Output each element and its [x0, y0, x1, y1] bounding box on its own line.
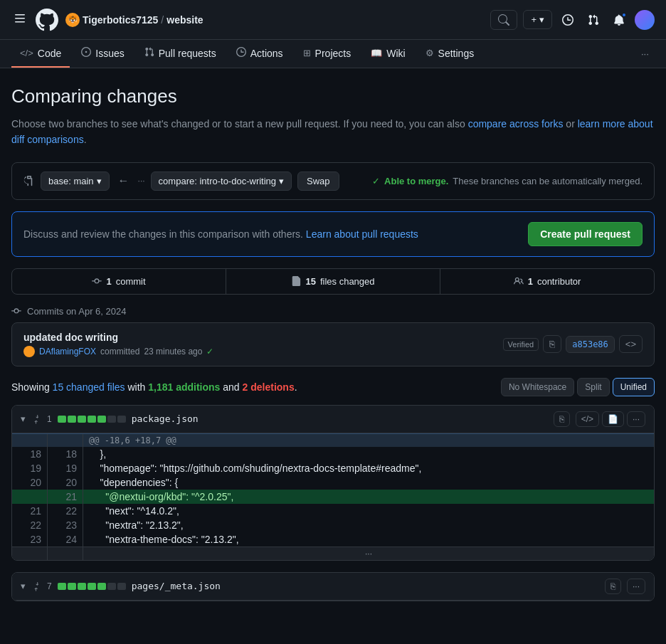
expand-num-left: [12, 547, 48, 560]
file-diff-2-toggle[interactable]: ▾: [21, 581, 26, 591]
wiki-icon: 📖: [371, 48, 382, 58]
diff-block-green: [68, 416, 76, 423]
diff-block-gray: [117, 416, 126, 423]
tab-code[interactable]: </> Code: [11, 41, 70, 68]
browse-code-button[interactable]: <>: [619, 335, 643, 353]
diff-block-green: [97, 583, 106, 590]
old-line-num: [12, 490, 48, 504]
new-line-num: 21: [48, 490, 83, 504]
file2-more-button[interactable]: ···: [627, 579, 645, 594]
file-diff-1-header: ▾ 1 package.json ⎘ </> 📄 ···: [12, 406, 654, 433]
notification-button[interactable]: [609, 10, 629, 30]
notification-dot: [621, 12, 627, 18]
more-dots: ···: [138, 176, 145, 186]
create-pr-button[interactable]: Create pull request: [528, 222, 643, 246]
diff-content-1: @@ -18,6 +18,7 @@ 18 18 }, 19 19 "homepa…: [12, 433, 654, 560]
learn-pr-link[interactable]: Learn about pull requests: [306, 228, 418, 240]
diff-line-content: "next": "^14.0.2",: [83, 504, 654, 518]
top-bar-left: 🐯 Tigerbotics7125 / website: [11, 9, 482, 31]
new-line-num: 24: [48, 532, 83, 547]
diff-line: 18 18 },: [12, 447, 654, 461]
compare-branch-select[interactable]: compare: intro-to-doc-writing ▾: [151, 171, 292, 191]
contributor-stat-icon: [514, 276, 524, 286]
github-logo: [36, 9, 58, 31]
copy-hash-button[interactable]: ⎘: [543, 335, 561, 353]
actions-button[interactable]: [558, 10, 578, 30]
diff-line-content: "dependencies": {: [83, 475, 654, 490]
copy-file2-path-button[interactable]: ⎘: [605, 579, 621, 594]
org-avatar: 🐯: [65, 13, 80, 27]
tab-pull-requests[interactable]: Pull requests: [136, 40, 225, 68]
changed-files-link[interactable]: 15 changed files: [53, 381, 125, 393]
settings-icon: ⚙: [426, 48, 434, 58]
commits-section: Commits on Apr 6, 2024 updated doc writi…: [11, 306, 655, 366]
file-1-name: package.json: [132, 413, 548, 424]
no-whitespace-button[interactable]: No Whitespace: [501, 378, 574, 396]
repo-name[interactable]: website: [166, 14, 203, 26]
file-more-button[interactable]: ···: [627, 411, 645, 427]
unified-view-button[interactable]: Unified: [613, 378, 655, 396]
new-line-num: 19: [48, 461, 83, 475]
commit-stat-icon: [92, 276, 102, 286]
diff-block-green: [97, 416, 106, 423]
org-name[interactable]: Tigerbotics7125: [83, 14, 158, 26]
view-file-button[interactable]: 📄: [602, 411, 624, 427]
diff-block-gray: [107, 583, 116, 590]
commit-author-avatar: [23, 346, 35, 357]
swap-button[interactable]: Swap: [297, 171, 339, 191]
compare-forks-link[interactable]: compare across forks: [468, 118, 564, 130]
commit-card: updated doc writing DAflamingFOX committ…: [11, 322, 655, 366]
files-stat-icon: [291, 276, 301, 286]
pr-tab-icon: [144, 47, 154, 59]
diff-line: 21 22 "next": "^14.0.2",: [12, 504, 654, 518]
commit-author[interactable]: DAflamingFOX: [39, 347, 96, 357]
file-diff-1-toggle[interactable]: ▾: [21, 413, 26, 424]
pr-button[interactable]: [583, 10, 603, 30]
diff-line: 23 24 "nextra-theme-docs": "2.13.2",: [12, 532, 654, 547]
diff-line: 22 23 "nextra": "2.13.2",: [12, 518, 654, 532]
view-options: No Whitespace Split Unified: [501, 378, 655, 396]
diff-line-added: 21 "@nextui-org/kbd": "^2.0.25",: [12, 490, 654, 504]
code-icon: </>: [20, 48, 33, 58]
tab-projects[interactable]: ⊞ Projects: [295, 41, 360, 68]
new-line-num: 22: [48, 504, 83, 518]
tab-actions[interactable]: Actions: [228, 40, 292, 68]
check-icon: ✓: [372, 176, 380, 186]
file-2-name: pages/_meta.json: [132, 581, 599, 591]
view-file-code-button[interactable]: </>: [576, 411, 599, 427]
old-line-num: 21: [12, 504, 48, 518]
diff-block-green: [58, 583, 66, 590]
commits-stat[interactable]: 1 commit: [12, 269, 226, 294]
merge-status: ✓ Able to merge. These branches can be a…: [345, 176, 643, 186]
hunk-header: @@ -18,6 +18,7 @@: [12, 433, 654, 447]
create-button[interactable]: + ▾: [523, 10, 552, 29]
search-button[interactable]: [490, 10, 517, 30]
expand-button[interactable]: ···: [83, 547, 654, 560]
compare-row: base: main ▾ ← ··· compare: intro-to-doc…: [11, 162, 655, 200]
tab-wiki[interactable]: 📖 Wiki: [362, 41, 413, 68]
expand-row: ···: [12, 547, 654, 560]
info-box-text: Discuss and review the changes in this c…: [23, 228, 418, 240]
base-branch-select[interactable]: base: main ▾: [41, 171, 110, 191]
contributors-stat[interactable]: 1 contributor: [440, 269, 654, 294]
hamburger-button[interactable]: [11, 10, 28, 29]
new-line-num: 18: [48, 447, 83, 461]
diff-block-green: [88, 416, 96, 423]
diff-block-green: [58, 416, 66, 423]
commit-hash-button[interactable]: a853e86: [566, 336, 615, 353]
copy-file-path-button[interactable]: ⎘: [554, 411, 570, 427]
nav-more-button[interactable]: ···: [635, 43, 655, 65]
tab-settings[interactable]: ⚙ Settings: [417, 41, 483, 68]
tab-issues[interactable]: Issues: [73, 40, 132, 68]
verified-badge: Verified: [503, 338, 539, 351]
user-avatar[interactable]: [635, 10, 655, 30]
top-bar-right: + ▾: [490, 10, 655, 30]
commit-actions: Verified ⎘ a853e86 <>: [503, 335, 643, 353]
merge-able-text: Able to merge.: [384, 176, 448, 186]
file-1-number: 1: [47, 414, 52, 424]
split-view-button[interactable]: Split: [577, 378, 609, 396]
diff-block-green: [78, 583, 86, 590]
diff-line-content: "homepage": "https://github.com/shuding/…: [83, 461, 654, 475]
left-arrow: ←: [115, 171, 132, 190]
files-stat[interactable]: 15 files changed: [226, 269, 440, 294]
